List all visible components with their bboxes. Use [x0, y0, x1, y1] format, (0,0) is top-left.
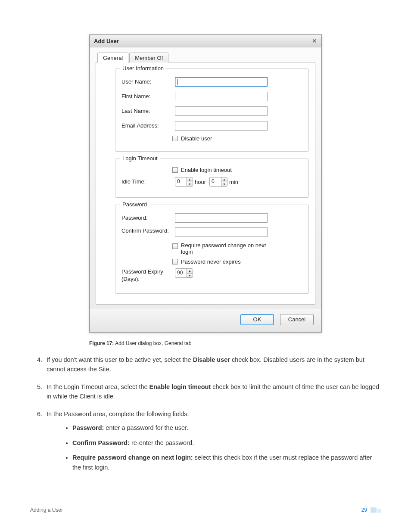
label-enable-login-timeout: Enable login timeout: [181, 167, 232, 173]
instruction-6: In the Password area, complete the follo…: [44, 409, 381, 472]
spinner-value: 90: [175, 269, 187, 277]
spinner-up-icon[interactable]: ▲: [187, 177, 193, 182]
label-password-never-expires: Password never expires: [181, 258, 241, 265]
cancel-button[interactable]: Cancel: [280, 314, 314, 325]
input-confirm-password[interactable]: [175, 227, 268, 237]
spinner-up-icon[interactable]: ▲: [187, 269, 193, 274]
spinner-value: 0: [175, 177, 187, 186]
page-footer: Adding a User 29: [30, 507, 381, 513]
figure-caption: Figure 17: Add User dialog box, General …: [89, 340, 322, 346]
footer-decoration-icon: [371, 507, 381, 513]
tab-member-of[interactable]: Member Of: [129, 53, 168, 62]
label-confirm-password: Confirm Password:: [121, 227, 175, 235]
group-login-timeout: Login Timeout Enable login timeout Idle …: [115, 159, 309, 198]
page-number: 29: [361, 507, 367, 513]
checkbox-disable-user[interactable]: [172, 136, 178, 141]
instruction-5: In the Login Timeout area, select the En…: [44, 382, 381, 401]
ok-button[interactable]: OK: [240, 314, 274, 325]
label-first-name: First Name:: [121, 93, 175, 100]
tab-panel-general: User Information User Name: First Name: …: [96, 62, 315, 305]
unit-min: min: [229, 179, 238, 185]
spinner-password-expiry[interactable]: 90 ▲ ▼: [175, 268, 193, 278]
unit-hour: hour: [195, 179, 206, 185]
document-page: Add User ✕ General Member Of User Inform…: [0, 0, 411, 532]
input-password[interactable]: [175, 213, 268, 223]
label-email: Email Address:: [121, 122, 175, 130]
label-require-password-change: Require password change on next login: [181, 242, 271, 255]
spinner-down-icon[interactable]: ▼: [221, 182, 227, 187]
instructions-block: If you don't want this user to be active…: [30, 355, 381, 472]
checkbox-password-never-expires[interactable]: [172, 259, 178, 264]
checkbox-require-password-change[interactable]: [172, 243, 178, 249]
spinner-idle-hours[interactable]: 0 ▲ ▼: [175, 177, 193, 187]
dialog-titlebar: Add User ✕: [90, 35, 321, 47]
checkbox-enable-login-timeout[interactable]: [172, 167, 178, 173]
dialog-body: General Member Of User Information User …: [90, 47, 321, 309]
input-email[interactable]: [175, 121, 268, 131]
spinner-down-icon[interactable]: ▼: [187, 274, 193, 278]
bullet-confirm-password: Confirm Password: re-enter the password.: [72, 438, 381, 448]
group-legend: User Information: [120, 65, 166, 72]
tab-general[interactable]: General: [97, 53, 128, 62]
input-last-name[interactable]: [175, 106, 268, 116]
spinner-idle-minutes[interactable]: 0 ▲ ▼: [209, 177, 227, 187]
group-user-information: User Information User Name: First Name: …: [115, 68, 309, 152]
label-password: Password:: [121, 215, 175, 222]
tab-strip: General Member Of: [96, 53, 315, 62]
spinner-up-icon[interactable]: ▲: [221, 177, 227, 182]
add-user-dialog: Add User ✕ General Member Of User Inform…: [89, 34, 322, 333]
instruction-4: If you don't want this user to be active…: [44, 355, 381, 374]
label-idle-time: Idle Time:: [121, 178, 175, 186]
dialog-title: Add User: [94, 38, 119, 44]
bullet-require-change: Require password change on next login: s…: [72, 453, 381, 472]
figure-text: Add User dialog box, General tab: [115, 340, 191, 346]
group-legend: Password: [120, 201, 149, 208]
spinner-value: 0: [210, 177, 221, 186]
label-disable-user: Disable user: [181, 135, 212, 142]
dialog-button-bar: OK Cancel: [90, 309, 321, 332]
label-user-name: User Name:: [121, 78, 175, 86]
text-caret: [177, 79, 177, 85]
label-last-name: Last Name:: [121, 108, 175, 115]
group-password: Password Password: Confirm Password: Req…: [115, 205, 309, 294]
figure-label: Figure 17:: [89, 340, 114, 346]
close-icon[interactable]: ✕: [312, 38, 317, 44]
spinner-down-icon[interactable]: ▼: [187, 182, 193, 187]
label-password-expiry: Password Expiry (Days):: [121, 268, 175, 283]
footer-section-title: Adding a User: [30, 507, 63, 513]
bullet-password: Password: enter a password for the user.: [72, 423, 381, 432]
input-user-name[interactable]: [175, 77, 268, 87]
group-legend: Login Timeout: [120, 155, 160, 162]
input-first-name[interactable]: [175, 92, 268, 101]
